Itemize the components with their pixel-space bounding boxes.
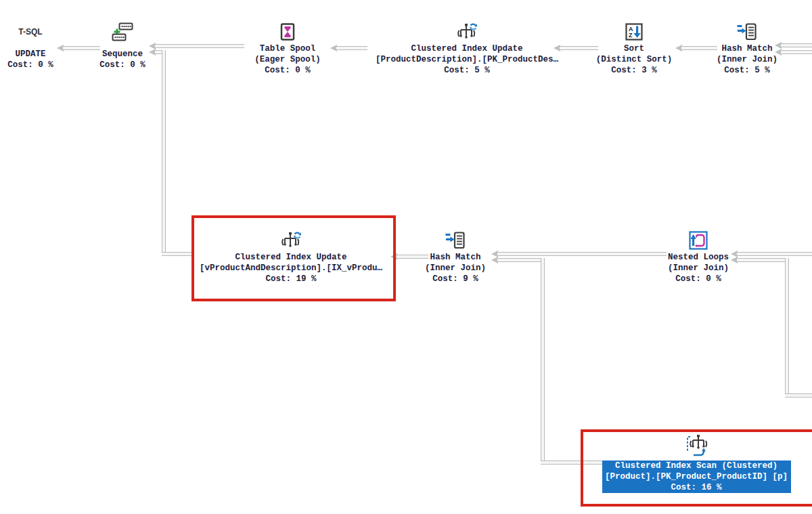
node-update[interactable]: T-SQL UPDATE Cost: 0 %: [0, 20, 71, 70]
hash-match-icon: [445, 229, 466, 252]
node-clustered-index-update-top[interactable]: Clustered Index Update [ProductDescripti…: [365, 20, 568, 76]
svg-text:Z: Z: [629, 32, 633, 39]
node-cost: Cost: 5 %: [444, 65, 490, 76]
node-label: Table Spool: [260, 43, 316, 54]
highlight-box-clustered-index-scan: [581, 429, 812, 507]
node-cost: Cost: 0 %: [265, 65, 311, 76]
edge-cis-to-hashmid-top: [497, 258, 545, 262]
edge-ciumid-to-sequence-bottom: [162, 252, 191, 256]
node-sublabel: (Inner Join): [717, 54, 777, 65]
node-table-spool[interactable]: Table Spool (Eager Spool) Cost: 0 %: [233, 20, 342, 76]
node-cost: Cost: 0 %: [7, 60, 53, 70]
node-nested-loops[interactable]: Nested Loops (Inner Join) Cost: 0 %: [644, 229, 752, 284]
node-label: UPDATE: [15, 49, 45, 60]
node-label: Hash Match: [721, 43, 772, 54]
node-sublabel: (Inner Join): [668, 263, 729, 274]
t-sql-label: T-SQL: [18, 20, 42, 43]
node-label: Clustered Index Update: [411, 43, 522, 54]
node-sequence[interactable]: Sequence Cost: 0 %: [75, 20, 170, 70]
execution-plan-canvas: T-SQL UPDATE Cost: 0 %: [0, 0, 812, 514]
clustered-index-update-icon: [457, 20, 477, 43]
node-sublabel: (Inner Join): [425, 263, 486, 274]
edge-nested-to-hashmid: [497, 252, 667, 256]
node-sort[interactable]: A Z Sort (Distinct Sort) Cost: 3 %: [580, 20, 688, 76]
node-cost: Cost: 0 %: [99, 60, 145, 70]
sort-icon: A Z: [625, 20, 643, 43]
node-hash-match-middle[interactable]: Hash Match (Inner Join) Cost: 9 %: [408, 229, 503, 284]
node-cost: Cost: 3 %: [611, 65, 657, 76]
node-sublabel: (Eager Spool): [254, 54, 321, 65]
node-label: Hash Match: [430, 252, 480, 263]
nested-loops-icon: [689, 229, 708, 252]
highlight-box-clustered-index-update: [191, 215, 396, 301]
node-hash-match-top[interactable]: Hash Match (Inner Join) Cost: 5 %: [700, 20, 794, 76]
node-label: Sequence: [102, 49, 143, 60]
node-label: Nested Loops: [668, 252, 729, 263]
node-object: [ProductDescription].[PK_ProductDes…: [376, 54, 558, 65]
t-sql-text: T-SQL: [18, 27, 42, 37]
edge-cis-to-hashmid-vertical: [541, 258, 545, 465]
table-spool-icon: [280, 20, 295, 43]
node-cost: Cost: 9 %: [432, 274, 478, 284]
edge-ciumid-to-sequence-vertical: [162, 50, 166, 256]
node-cost: Cost: 0 %: [675, 274, 721, 284]
node-label: Sort: [624, 43, 644, 54]
sequence-icon: [111, 20, 134, 43]
hash-match-icon: [737, 20, 757, 43]
node-sublabel: (Distinct Sort): [596, 54, 673, 65]
node-cost: Cost: 5 %: [724, 65, 770, 76]
edge-input2-nested-vertical: [785, 258, 789, 398]
edge-input2-nested-bottom: [785, 393, 812, 398]
